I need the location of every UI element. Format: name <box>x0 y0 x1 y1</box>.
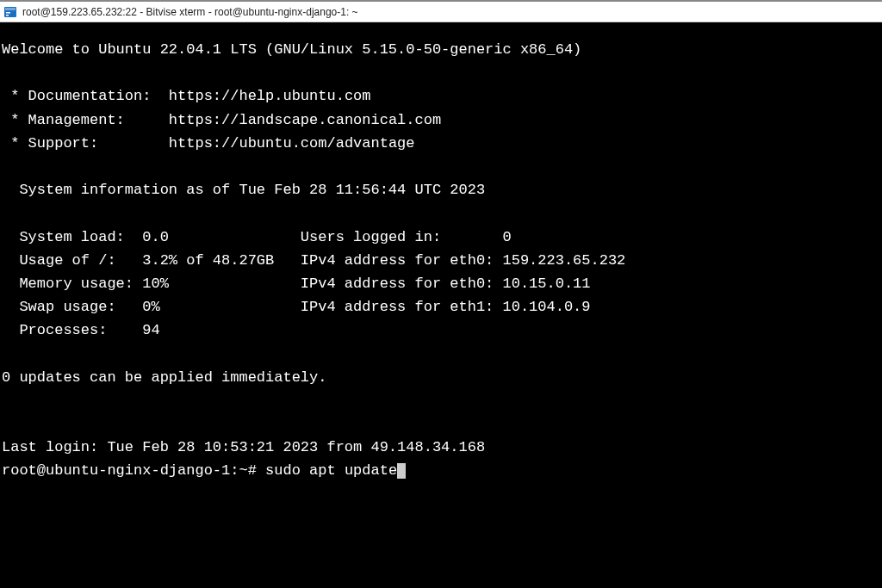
sysinfo-row2-left: Usage of /: 3.2% of 48.27GB <box>2 252 301 269</box>
cursor-icon <box>397 463 406 479</box>
svg-rect-2 <box>6 12 10 14</box>
sysinfo-row1-left: System load: 0.0 <box>2 229 301 245</box>
motd-doc-label: * Documentation: <box>2 88 169 104</box>
app-icon <box>3 5 17 19</box>
sysinfo-row4-left: Swap usage: 0% <box>2 299 301 315</box>
terminal-area[interactable]: Welcome to Ubuntu 22.04.1 LTS (GNU/Linux… <box>0 22 882 588</box>
motd-sup-url: https://ubuntu.com/advantage <box>169 135 415 152</box>
motd-mgmt-url: https://landscape.canonical.com <box>169 112 441 128</box>
updates-line: 0 updates can be applied immediately. <box>2 369 326 386</box>
motd-doc-url: https://help.ubuntu.com <box>169 88 371 104</box>
sysinfo-header: System information as of Tue Feb 28 11:5… <box>2 182 485 198</box>
sysinfo-row5: Processes: 94 <box>2 322 160 338</box>
terminal-window: root@159.223.65.232:22 - Bitvise xterm -… <box>0 0 882 588</box>
motd-mgmt-label: * Management: <box>2 112 169 128</box>
window-title: root@159.223.65.232:22 - Bitvise xterm -… <box>22 6 358 18</box>
sysinfo-row1-right: Users logged in: 0 <box>301 229 512 245</box>
motd-sup-label: * Support: <box>2 135 169 152</box>
last-login: Last login: Tue Feb 28 10:53:21 2023 fro… <box>2 439 485 455</box>
sysinfo-row2-right: IPv4 address for eth0: 159.223.65.232 <box>301 252 625 269</box>
sysinfo-row4-right: IPv4 address for eth1: 10.104.0.9 <box>301 299 591 315</box>
svg-rect-3 <box>6 15 9 16</box>
sysinfo-row3-left: Memory usage: 10% <box>2 275 301 292</box>
title-bar[interactable]: root@159.223.65.232:22 - Bitvise xterm -… <box>0 2 882 22</box>
shell-prompt: root@ubuntu-nginx-django-1:~# <box>2 462 265 479</box>
motd-welcome: Welcome to Ubuntu 22.04.1 LTS (GNU/Linux… <box>2 41 581 58</box>
svg-rect-1 <box>5 8 16 10</box>
command-input[interactable]: sudo apt update <box>265 462 397 479</box>
sysinfo-row3-right: IPv4 address for eth0: 10.15.0.11 <box>301 275 591 292</box>
